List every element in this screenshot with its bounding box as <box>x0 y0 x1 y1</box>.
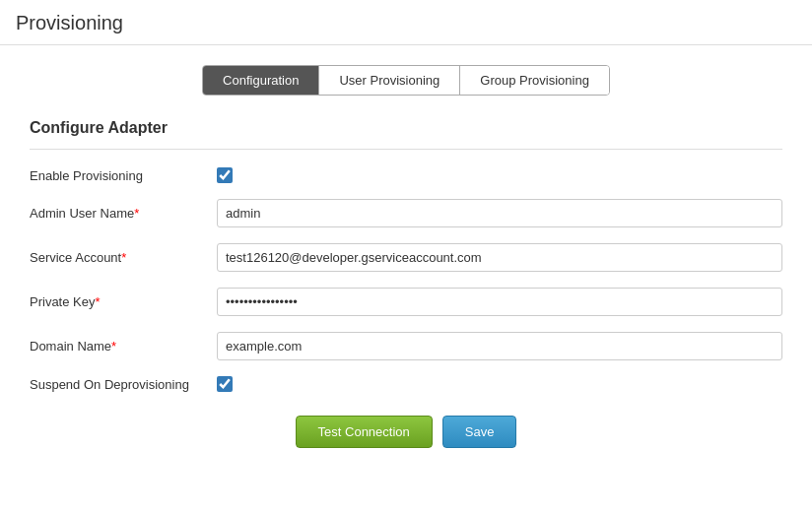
service-account-label: Service Account* <box>30 250 217 265</box>
test-connection-button[interactable]: Test Connection <box>296 416 433 448</box>
suspend-checkbox[interactable] <box>217 376 233 392</box>
private-key-input[interactable] <box>217 288 782 316</box>
domain-name-required: * <box>111 339 116 354</box>
section-divider <box>30 149 782 150</box>
service-account-input[interactable] <box>217 243 782 272</box>
suspend-label: Suspend On Deprovisioning <box>30 377 217 392</box>
page-title: Provisioning <box>16 12 796 34</box>
save-button[interactable]: Save <box>442 416 517 448</box>
page-header: Provisioning <box>0 0 812 45</box>
domain-name-label: Domain Name* <box>30 339 217 354</box>
enable-provisioning-checkbox[interactable] <box>217 167 233 183</box>
enable-provisioning-row: Enable Provisioning <box>30 167 782 183</box>
tab-group: Configuration User Provisioning Group Pr… <box>202 65 610 96</box>
service-account-row: Service Account* <box>30 243 782 272</box>
tab-user-provisioning[interactable]: User Provisioning <box>319 66 460 95</box>
domain-name-row: Domain Name* <box>30 332 782 360</box>
private-key-label: Private Key* <box>30 294 217 309</box>
form-buttons: Test Connection Save <box>30 416 782 448</box>
tab-configuration[interactable]: Configuration <box>203 66 319 95</box>
admin-username-row: Admin User Name* <box>30 199 782 227</box>
section-title: Configure Adapter <box>30 119 782 137</box>
admin-username-required: * <box>134 206 139 221</box>
enable-provisioning-label: Enable Provisioning <box>30 168 217 183</box>
admin-username-input[interactable] <box>217 199 782 227</box>
tab-group-provisioning[interactable]: Group Provisioning <box>460 66 609 95</box>
admin-username-label: Admin User Name* <box>30 206 217 221</box>
private-key-row: Private Key* <box>30 288 782 316</box>
domain-name-input[interactable] <box>217 332 782 360</box>
private-key-required: * <box>95 294 100 309</box>
suspend-row: Suspend On Deprovisioning <box>30 376 782 392</box>
service-account-required: * <box>121 250 126 265</box>
